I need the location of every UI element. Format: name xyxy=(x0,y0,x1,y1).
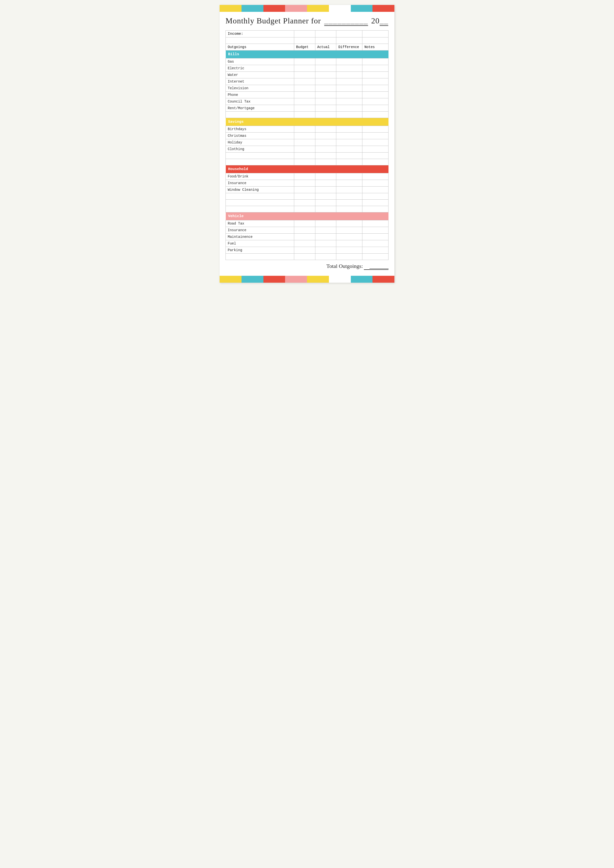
row-birthdays: Birthdays xyxy=(226,126,389,132)
row-internet: Internet xyxy=(226,78,389,85)
total-outgoings-row: Total Outgoings:_______ xyxy=(225,260,389,271)
bar-seg-2 xyxy=(242,5,264,12)
savings-empty-1 xyxy=(226,152,389,159)
col-actual: Actual xyxy=(315,44,336,51)
category-savings: Savings xyxy=(226,118,389,126)
income-actual[interactable] xyxy=(315,31,336,37)
row-parking: Parking xyxy=(226,247,389,254)
row-electric: Electric xyxy=(226,65,389,72)
bot-bar-seg-8 xyxy=(372,276,394,283)
income-label: Income: xyxy=(226,31,294,37)
row-maintainence: Maintainence xyxy=(226,233,389,240)
bar-seg-5 xyxy=(307,5,329,12)
row-gas: Gas xyxy=(226,58,389,65)
income-notes[interactable] xyxy=(363,31,389,37)
savings-empty-2 xyxy=(226,159,389,165)
page-title: Monthly Budget Planner for __________ 20… xyxy=(225,16,389,26)
category-bills: Bills xyxy=(226,51,389,58)
bar-seg-6 xyxy=(329,5,351,12)
row-holiday: Holiday xyxy=(226,139,389,146)
row-clothing: Clothing xyxy=(226,146,389,152)
bottom-color-bar xyxy=(220,276,394,283)
bar-seg-3 xyxy=(264,5,285,12)
row-road-tax: Road Tax xyxy=(226,220,389,227)
bot-bar-seg-6 xyxy=(329,276,351,283)
category-household: Household xyxy=(226,165,389,173)
bar-seg-4 xyxy=(285,5,307,12)
row-insurance-vehicle: Insurance xyxy=(226,227,389,233)
bills-label: Bills xyxy=(226,51,389,58)
category-vehicle: Vehicle xyxy=(226,212,389,220)
total-blank[interactable]: _______ xyxy=(364,263,389,270)
row-fuel: Fuel xyxy=(226,240,389,247)
household-label: Household xyxy=(226,165,389,173)
empty-row xyxy=(226,37,389,44)
bot-bar-seg-4 xyxy=(285,276,307,283)
bot-bar-seg-7 xyxy=(351,276,373,283)
row-insurance-household: Insurance xyxy=(226,180,389,187)
vehicle-label: Vehicle xyxy=(226,212,389,220)
bot-bar-seg-1 xyxy=(220,276,242,283)
row-television: Television xyxy=(226,85,389,92)
bot-bar-seg-2 xyxy=(242,276,264,283)
row-water: Water xyxy=(226,72,389,78)
row-phone: Phone xyxy=(226,92,389,98)
col-outgoings: Outgoings xyxy=(226,44,294,51)
row-christmas: Christmas xyxy=(226,132,389,139)
income-diff[interactable] xyxy=(336,31,363,37)
household-empty-3 xyxy=(226,206,389,212)
savings-label: Savings xyxy=(226,118,389,126)
title-month-blank[interactable]: __________ xyxy=(324,18,368,26)
bar-seg-8 xyxy=(372,5,394,12)
total-label: Total Outgoings: xyxy=(326,263,363,269)
title-year-prefix: 20 xyxy=(371,16,380,25)
row-council-tax: Council Tax xyxy=(226,98,389,105)
household-empty-1 xyxy=(226,193,389,200)
household-empty-2 xyxy=(226,200,389,206)
col-diff: Difference xyxy=(336,44,363,51)
page: Monthly Budget Planner for __________ 20… xyxy=(220,5,394,283)
table-header-row: Outgoings Budget Actual Difference Notes xyxy=(226,44,389,51)
vehicle-empty-1 xyxy=(226,254,389,260)
page-content: Monthly Budget Planner for __________ 20… xyxy=(220,12,394,273)
col-notes: Notes xyxy=(363,44,389,51)
top-color-bar xyxy=(220,5,394,12)
bot-bar-seg-5 xyxy=(307,276,329,283)
bar-seg-1 xyxy=(220,5,242,12)
income-row: Income: xyxy=(226,31,389,37)
bot-bar-seg-3 xyxy=(264,276,285,283)
col-budget: Budget xyxy=(294,44,315,51)
income-budget[interactable] xyxy=(294,31,315,37)
row-window-cleaning: Window Cleaning xyxy=(226,187,389,193)
title-year-blank[interactable]: __ xyxy=(380,18,389,26)
row-rent-mortgage: Rent/Mortgage xyxy=(226,105,389,112)
title-text: Monthly Budget Planner for xyxy=(225,16,321,25)
row-food-drink: Food/Drink xyxy=(226,173,389,180)
budget-table: Income: Outgoings Budget Actual Differen… xyxy=(225,30,389,260)
bills-empty-1 xyxy=(226,112,389,118)
bar-seg-7 xyxy=(351,5,373,12)
